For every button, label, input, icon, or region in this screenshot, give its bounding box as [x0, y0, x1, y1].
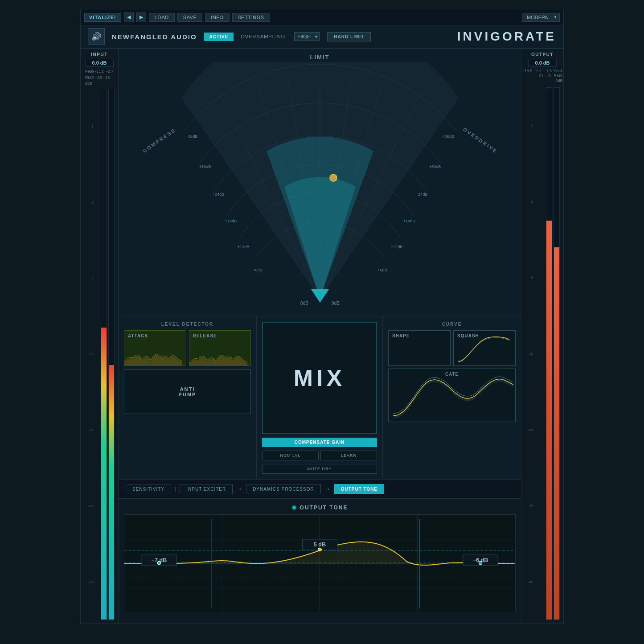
- level-detector-title: LEVEL DETECTOR: [124, 322, 251, 327]
- learn-button[interactable]: LEARN: [320, 451, 377, 460]
- input-right-fill: [109, 365, 114, 619]
- mix-display[interactable]: MIX: [262, 322, 377, 434]
- curve-grid: SHAPE SQUASH: [388, 330, 516, 422]
- input-bars: [101, 89, 115, 620]
- scale-n40: -40: [82, 504, 94, 508]
- output-peak-row: −18.5 −0.1 −1.5 Peak: [522, 69, 563, 73]
- output-right-fill: [554, 247, 559, 619]
- output-peak-2: −0.1: [534, 69, 542, 73]
- curve-title: CURVE: [388, 322, 516, 327]
- output-tone-tab[interactable]: OUTPUT TONE: [334, 484, 384, 494]
- info-button[interactable]: INFO: [205, 13, 229, 22]
- radar-svg[interactable]: +6dB +12dB +18dB +24dB +30dB +36dB +6dB …: [168, 62, 472, 312]
- oversampling-select[interactable]: HIGH: [294, 32, 320, 41]
- out-scale-n60: -60: [523, 580, 533, 584]
- attack-control[interactable]: ATTACK: [124, 330, 186, 366]
- shape-label: SHAPE: [392, 333, 410, 338]
- output-tone-section: OUTPUT TONE: [119, 499, 521, 623]
- compensate-gain-button[interactable]: COMPENSATE GAIN: [262, 438, 377, 447]
- out-scale-n1: -1: [523, 123, 533, 127]
- svg-text:+36dB: +36dB: [185, 134, 197, 139]
- input-panel: INPUT 0.0 dB Peak−11.0 −2.7 RMS −26 −26 …: [81, 49, 119, 623]
- center-content: LIMIT COMPRESS OVERDRIVE: [119, 49, 521, 623]
- out-scale-n6: -6: [523, 275, 533, 279]
- hard-limit-button[interactable]: HARD LIMIT: [327, 32, 371, 41]
- svg-text:+12dB: +12dB: [390, 245, 402, 249]
- anti-pump-control[interactable]: ANTI PUMP: [124, 369, 251, 414]
- out-scale-n24: -24: [523, 428, 533, 432]
- svg-point-42: [318, 548, 322, 551]
- svg-text:0dB: 0dB: [332, 301, 340, 306]
- product-name: INVIGORATE: [457, 29, 556, 44]
- svg-text:+36dB: +36dB: [442, 134, 454, 139]
- mix-section: MIX COMPENSATE GAIN NOM LVL LEARN MUTE D…: [257, 316, 383, 479]
- out-scale-n3: -3: [523, 200, 533, 204]
- input-odb-label: 0dB: [85, 81, 114, 87]
- mix-row-1: NOM LVL LEARN: [262, 451, 377, 460]
- nom-lvl-button[interactable]: NOM LVL: [262, 451, 319, 460]
- output-odb-row: 0dB: [522, 78, 563, 83]
- nav-tabs: SENSITIVITY | INPUT EXCITER → DYNAMICS P…: [119, 479, 521, 499]
- active-button[interactable]: ACTIVE: [204, 33, 234, 41]
- gate-svg: [389, 369, 516, 422]
- input-peak-label: Peak−11.0 −2.7: [85, 69, 114, 75]
- input-meter-left: [101, 89, 107, 620]
- output-rms-label: RMS: [554, 74, 562, 78]
- scale-n24: -24: [82, 428, 94, 432]
- top-bar: VITALIZE! ◀ ▶ LOAD SAVE INFO SETTINGS MO…: [81, 9, 563, 25]
- sensitivity-tab[interactable]: SENSITIVITY: [126, 484, 171, 494]
- radar-section: LIMIT COMPRESS OVERDRIVE: [119, 49, 521, 316]
- output-meter-area: -1 -3 -6 -12 -24 -40 -60: [523, 87, 562, 620]
- svg-text:0dB: 0dB: [300, 301, 308, 306]
- svg-point-23: [330, 174, 337, 181]
- svg-point-41: [157, 561, 161, 565]
- input-left-fill: [101, 328, 107, 619]
- level-detector-section: LEVEL DETECTOR ATTACK: [119, 316, 257, 479]
- svg-text:+24dB: +24dB: [212, 192, 224, 197]
- output-panel: OUTPUT 0.0 dB −18.5 −0.1 −1.5 Peak −21 −…: [521, 49, 563, 623]
- output-peak-rms: −18.5 −0.1 −1.5 Peak −21 −21 RMS 0dB: [522, 69, 563, 83]
- output-peak-1: −18.5: [522, 69, 533, 73]
- release-control[interactable]: RELEASE: [189, 330, 251, 366]
- input-exciter-tab[interactable]: INPUT EXCITER: [180, 484, 233, 494]
- dynamics-processor-tab[interactable]: DYNAMICS PROCESSOR: [246, 484, 320, 494]
- svg-text:+6dB: +6dB: [377, 268, 387, 272]
- input-meter-labels: Peak−11.0 −2.7 RMS −26 −26 0dB: [85, 69, 114, 87]
- mute-dry-button[interactable]: MUTE DRY: [262, 464, 377, 474]
- output-tone-dot: [292, 505, 296, 510]
- lower-controls: LEVEL DETECTOR ATTACK: [119, 316, 521, 623]
- pipe-divider-1: |: [175, 486, 176, 492]
- output-tone-canvas[interactable]: −7 dB 5 dB −6 dB: [124, 514, 516, 612]
- brand-name: NEWFANGLED AUDIO: [112, 33, 197, 41]
- next-button[interactable]: ▶: [136, 12, 146, 22]
- input-meter-area: -1 -3 -6 -12 -24 -40 -60: [82, 89, 116, 620]
- preset-select[interactable]: MODERN: [522, 13, 560, 22]
- output-rms-2: −21: [545, 74, 552, 78]
- svg-text:5 dB: 5 dB: [314, 541, 326, 548]
- output-scale: -1 -3 -6 -12 -24 -40 -60: [523, 87, 533, 620]
- oversampling-dropdown-wrap[interactable]: HIGH: [294, 32, 320, 41]
- release-label: RELEASE: [193, 333, 217, 338]
- detector-grid: ATTACK RELEASE: [124, 330, 251, 366]
- out-scale-n40: -40: [523, 504, 533, 508]
- output-peak-3: −1.5: [544, 69, 552, 73]
- save-button[interactable]: SAVE: [177, 13, 203, 22]
- settings-button[interactable]: SETTINGS: [232, 13, 270, 22]
- svg-text:+30dB: +30dB: [429, 164, 440, 169]
- attack-label: ATTACK: [128, 333, 148, 338]
- header: 🔊 NEWFANGLED AUDIO ACTIVE OVERSAMPLING: …: [81, 25, 563, 49]
- output-left-fill: [546, 221, 552, 619]
- gate-control[interactable]: GATE: [388, 369, 516, 422]
- input-label: INPUT: [91, 52, 108, 57]
- preset-dropdown-wrap[interactable]: MODERN: [522, 13, 560, 22]
- svg-text:+18dB: +18dB: [225, 219, 236, 223]
- shape-control[interactable]: SHAPE: [388, 330, 451, 366]
- squash-control[interactable]: SQUASH: [453, 330, 516, 366]
- prev-button[interactable]: ◀: [124, 12, 134, 22]
- input-meter-right: [108, 89, 115, 620]
- load-button[interactable]: LOAD: [149, 13, 175, 22]
- scale-n12: -12: [82, 352, 94, 356]
- svg-text:+18dB: +18dB: [403, 219, 414, 223]
- output-db-display: 0.0 dB: [528, 59, 557, 67]
- vitalize-button[interactable]: VITALIZE!: [84, 13, 121, 22]
